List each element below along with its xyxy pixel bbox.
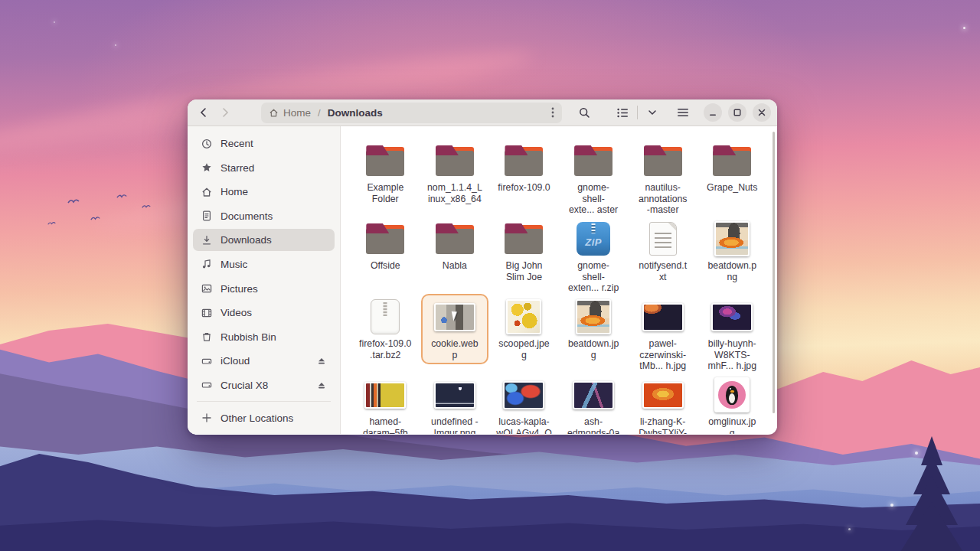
drive-icon xyxy=(201,380,212,390)
file-item[interactable]: scooped.jpe g xyxy=(489,294,559,372)
file-item[interactable]: ash- edmonds-0a xyxy=(559,372,629,434)
file-grid-area: Example Folder nom_1.1.4_L inux_x86_64 f… xyxy=(341,126,777,434)
folder-icon xyxy=(505,145,543,176)
file-item[interactable]: ZiP gnome- shell- exten... r.zip xyxy=(559,216,629,294)
file-item[interactable]: Example Folder xyxy=(351,138,420,216)
sidebar-label: Starred xyxy=(220,162,254,174)
file-name: nom_1.1.4_L inux_x86_64 xyxy=(427,182,482,204)
file-item[interactable]: notifysend.t xt xyxy=(628,216,697,294)
file-item[interactable]: lucas-kapla- wQLAGv4_O xyxy=(489,372,559,434)
sidebar-item-icloud[interactable]: iCloud xyxy=(193,350,335,372)
tux-penguin-icon xyxy=(718,381,746,409)
trash-icon xyxy=(201,331,212,342)
main-menu-button[interactable] xyxy=(673,103,693,122)
sidebar-item-recent[interactable]: Recent xyxy=(193,132,335,155)
image-thumbnail xyxy=(503,381,544,409)
pine-tree-silhouette xyxy=(890,436,974,551)
image-thumbnail xyxy=(714,221,750,256)
file-item[interactable]: gnome- shell- exte... aster xyxy=(559,138,629,216)
firefly-dot xyxy=(915,452,918,455)
sidebar-item-other-locations[interactable]: Other Locations xyxy=(193,407,335,429)
view-options-dropdown[interactable] xyxy=(642,103,662,122)
close-button[interactable] xyxy=(753,103,771,122)
music-note-icon xyxy=(201,259,212,269)
plus-icon xyxy=(201,412,212,423)
sidebar-item-home[interactable]: Home xyxy=(193,181,335,203)
list-view-button[interactable] xyxy=(612,103,632,122)
download-arrow-icon xyxy=(201,235,212,246)
file-item[interactable]: omglinux.jp g xyxy=(697,372,767,434)
file-item[interactable]: Grape_Nuts xyxy=(697,138,767,216)
close-icon xyxy=(758,109,766,116)
headerbar: Home / Downloads xyxy=(188,99,777,126)
sidebar-item-starred[interactable]: Starred xyxy=(193,157,335,179)
vertical-scrollbar[interactable] xyxy=(773,132,775,413)
sidebar-item-pictures[interactable]: Pictures xyxy=(193,278,335,300)
maximize-icon xyxy=(733,109,741,116)
file-name: undefined - Imgur.png xyxy=(431,416,479,434)
file-item[interactable]: Big John Slim Joe xyxy=(489,216,559,294)
sidebar-label: Recent xyxy=(220,138,253,149)
sidebar-label: Rubbish Bin xyxy=(220,331,276,343)
sidebar-item-downloads[interactable]: Downloads xyxy=(193,229,335,251)
folder-icon xyxy=(366,145,404,176)
eject-icon xyxy=(317,381,326,390)
file-item[interactable]: Nabla xyxy=(420,216,490,294)
breadcrumb-current[interactable]: Downloads xyxy=(328,107,383,119)
bird-icon xyxy=(142,204,151,209)
folder-icon xyxy=(436,223,474,254)
sidebar-item-crucial-x8[interactable]: Crucial X8 xyxy=(193,374,335,396)
file-item[interactable]: firefox-109.0 .tar.bz2 xyxy=(351,294,420,372)
zip-archive-icon: ZiP xyxy=(577,222,610,256)
file-item[interactable]: li-zhang-K- DwbsTXliY- xyxy=(628,372,697,434)
folder-icon xyxy=(366,223,404,254)
breadcrumb-separator: / xyxy=(318,107,321,119)
home-icon xyxy=(201,187,212,197)
sidebar-item-music[interactable]: Music xyxy=(193,253,335,276)
eject-button[interactable] xyxy=(317,381,326,390)
sidebar-label: Pictures xyxy=(220,283,258,295)
file-item[interactable]: beatdown.p ng xyxy=(697,216,767,294)
sidebar-item-documents[interactable]: Documents xyxy=(193,205,335,227)
image-thumbnail xyxy=(714,377,750,412)
path-kebab-menu-icon[interactable] xyxy=(551,107,554,118)
file-item[interactable]: pawel- czerwinski- tMb... h.jpg xyxy=(628,294,697,372)
eject-button[interactable] xyxy=(317,357,326,365)
file-item-selected[interactable]: cookie.web p xyxy=(420,294,490,372)
sidebar-item-rubbish-bin[interactable]: Rubbish Bin xyxy=(193,326,335,348)
minimize-button[interactable] xyxy=(704,103,722,122)
file-item[interactable]: beatdown.jp g xyxy=(559,294,629,372)
folder-icon xyxy=(505,223,543,254)
view-toggle-divider xyxy=(637,106,638,119)
maximize-button[interactable] xyxy=(728,103,746,122)
file-name: beatdown.jp g xyxy=(568,338,619,360)
file-item[interactable]: undefined - Imgur.png xyxy=(420,372,490,434)
file-name: Example Folder xyxy=(367,182,403,204)
path-bar[interactable]: Home / Downloads xyxy=(261,103,562,123)
breadcrumb-home-label: Home xyxy=(283,107,311,119)
cursor-icon xyxy=(452,310,459,321)
file-item[interactable]: billy-huynh- W8KTS- mhF... h.jpg xyxy=(697,294,767,372)
file-item[interactable]: firefox-109.0 xyxy=(489,138,559,216)
search-button[interactable] xyxy=(574,103,594,122)
file-item[interactable]: nom_1.1.4_L inux_x86_64 xyxy=(420,138,490,216)
folder-icon xyxy=(644,145,682,176)
bird-icon xyxy=(90,215,100,221)
back-button[interactable] xyxy=(194,103,214,122)
text-file-icon xyxy=(649,222,677,256)
forward-button[interactable] xyxy=(215,103,235,122)
file-item[interactable]: hamed- daram–5fb xyxy=(351,372,420,434)
file-item[interactable]: nautilus- annotations -master xyxy=(628,138,697,216)
sidebar-item-videos[interactable]: Videos xyxy=(193,302,335,324)
bird-icon xyxy=(67,197,80,204)
file-name: billy-huynh- W8KTS- mhF... h.jpg xyxy=(707,338,756,372)
firefly-dot xyxy=(848,528,851,530)
image-thumbnail xyxy=(576,299,611,334)
breadcrumb-home[interactable]: Home xyxy=(269,107,311,119)
hamburger-menu-icon xyxy=(678,109,688,116)
file-name: gnome- shell- exten... r.zip xyxy=(568,260,619,294)
image-thumbnail xyxy=(711,303,753,331)
file-name: Big John Slim Joe xyxy=(506,260,543,282)
sidebar-label: Home xyxy=(220,186,248,197)
file-item[interactable]: Offside xyxy=(351,216,420,294)
